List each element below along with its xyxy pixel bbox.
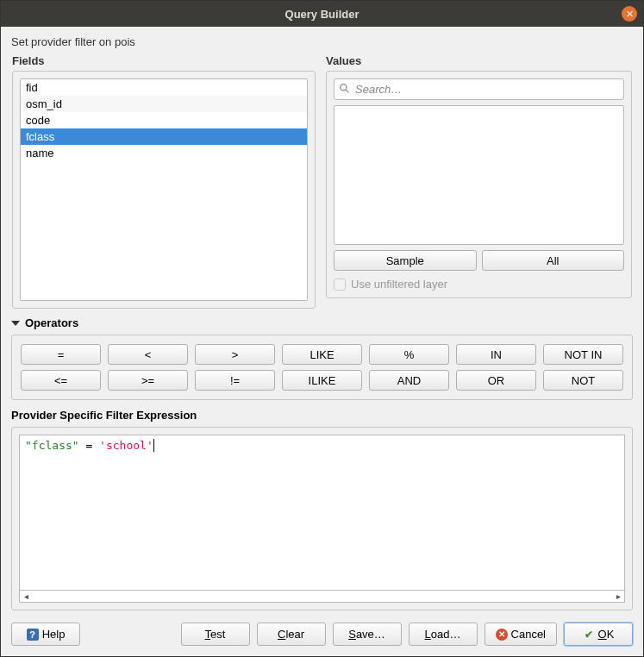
fields-panel: fidosm_idcodefclassname (12, 71, 316, 309)
cancel-button[interactable]: ✕ Cancel (485, 623, 557, 646)
fields-listbox[interactable]: fidosm_idcodefclassname (20, 78, 308, 301)
top-row: Fields fidosm_idcodefclassname Values Sa… (11, 53, 633, 310)
clear-button[interactable]: Clear (257, 623, 326, 646)
save-button[interactable]: Save… (333, 623, 402, 646)
values-buttons: Sample All (334, 250, 624, 271)
field-item[interactable]: fid (21, 79, 307, 96)
help-button[interactable]: ? Help (11, 623, 80, 646)
unfiltered-checkbox-row[interactable]: Use unfiltered layer (334, 278, 624, 291)
operator-row-1: =<>LIKE%INNOT IN (21, 344, 623, 365)
scroll-left-icon[interactable]: ◂ (21, 591, 31, 601)
operator-button[interactable]: != (195, 370, 275, 391)
all-button[interactable]: All (482, 250, 625, 271)
close-icon: ✕ (626, 9, 634, 20)
sample-button[interactable]: Sample (334, 250, 477, 271)
fields-group: Fields fidosm_idcodefclassname (11, 53, 316, 310)
operator-button[interactable]: NOT IN (543, 344, 623, 365)
search-wrap (334, 78, 624, 100)
operator-button[interactable]: = (21, 344, 101, 365)
operator-button[interactable]: OR (456, 370, 536, 391)
operators-label: Operators (25, 316, 78, 329)
operator-button[interactable]: < (108, 344, 188, 365)
operator-button[interactable]: AND (369, 370, 449, 391)
close-button[interactable]: ✕ (622, 6, 637, 22)
operators-header[interactable]: Operators (11, 316, 633, 329)
bottom-button-row: ? Help Test Clear Save… Load… ✕ Cancel ✔… (11, 623, 633, 646)
operator-button[interactable]: NOT (543, 370, 623, 391)
field-item[interactable]: fclass (21, 128, 307, 145)
operator-button[interactable]: >= (108, 370, 188, 391)
chevron-down-icon (11, 321, 20, 326)
cancel-icon: ✕ (496, 629, 508, 641)
window-title: Query Builder (8, 8, 636, 21)
operator-button[interactable]: <= (21, 370, 101, 391)
operators-section: Operators =<>LIKE%INNOT IN <=>=!=ILIKEAN… (11, 316, 633, 400)
unfiltered-label: Use unfiltered layer (351, 278, 447, 291)
operator-row-2: <=>=!=ILIKEANDORNOT (21, 370, 623, 391)
ok-button[interactable]: ✔ OK (564, 623, 633, 646)
help-icon: ? (27, 629, 39, 641)
values-panel: Sample All Use unfiltered layer (326, 71, 632, 298)
field-item[interactable]: name (21, 145, 307, 161)
values-group: Values Sample All Use unfiltered layer (325, 53, 633, 310)
scroll-right-icon[interactable]: ▸ (613, 591, 623, 601)
values-listbox[interactable] (334, 105, 624, 245)
cancel-button-label: Cancel (511, 628, 546, 641)
operator-button[interactable]: % (369, 344, 449, 365)
field-item[interactable]: osm_id (21, 96, 307, 112)
titlebar: Query Builder ✕ (1, 1, 643, 27)
expression-textarea[interactable]: "fclass" = 'school' (19, 435, 625, 591)
expression-panel: "fclass" = 'school' ◂ ▸ (11, 427, 633, 610)
horizontal-scrollbar[interactable]: ◂ ▸ (19, 591, 625, 603)
operator-button[interactable]: ILIKE (282, 370, 362, 391)
load-button[interactable]: Load… (409, 623, 478, 646)
operator-button[interactable]: > (195, 344, 275, 365)
help-button-label: Help (42, 628, 66, 641)
operators-panel: =<>LIKE%INNOT IN <=>=!=ILIKEANDORNOT (11, 335, 633, 400)
expression-label: Provider Specific Filter Expression (11, 409, 633, 422)
operator-button[interactable]: LIKE (282, 344, 362, 365)
ok-icon: ✔ (583, 629, 595, 641)
subtitle: Set provider filter on pois (11, 35, 633, 48)
fields-label: Fields (12, 54, 316, 67)
dialog-content: Set provider filter on pois Fields fidos… (1, 27, 643, 656)
field-item[interactable]: code (21, 112, 307, 128)
values-label: Values (326, 54, 632, 67)
unfiltered-checkbox[interactable] (334, 278, 346, 291)
test-button[interactable]: Test (181, 623, 250, 646)
operator-button[interactable]: IN (456, 344, 536, 365)
search-input[interactable] (334, 78, 624, 100)
